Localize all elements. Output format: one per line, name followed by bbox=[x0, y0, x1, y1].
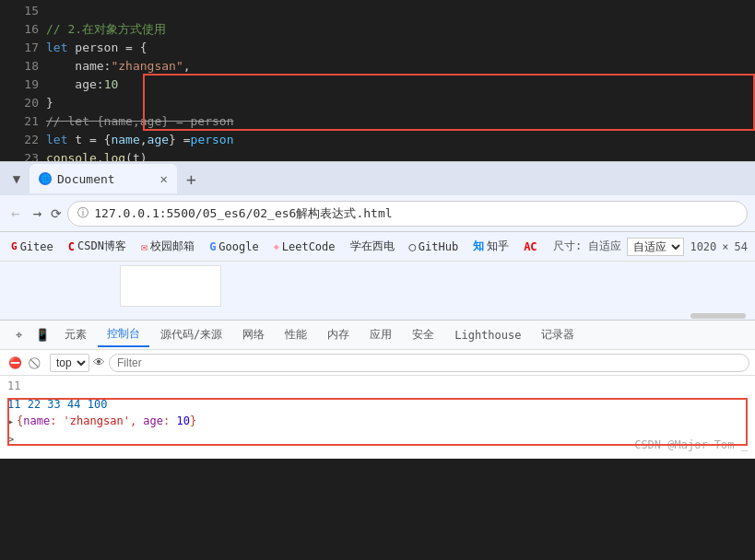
devtools-inspect-icon[interactable]: ⌖ bbox=[7, 324, 29, 346]
lock-icon: ⓘ bbox=[77, 205, 88, 221]
bookmark-leetcode[interactable]: ◈ LeetCode bbox=[270, 239, 339, 255]
tab-memory[interactable]: 内存 bbox=[318, 323, 359, 346]
browser-window: ▼ 🌐 Document ✕ + ← → ⟳ ⓘ 127.0.0.1:5500/… bbox=[0, 161, 755, 320]
console-array-output: 11 22 33 44 100 bbox=[7, 396, 748, 413]
bookmark-github[interactable]: ◯ GitHub bbox=[406, 239, 463, 255]
line-numbers: 15 16 17 18 19 20 21 22 23 24 bbox=[0, 0, 46, 161]
size-width: 1020 bbox=[690, 240, 716, 253]
bookmarks-bar: G Gitee C CSDN博客 ✉ 校园邮箱 G Google ◈ LeetC… bbox=[0, 232, 755, 262]
tab-recorder[interactable]: 记录器 bbox=[532, 323, 584, 346]
tab-elements[interactable]: 元素 bbox=[55, 323, 96, 346]
tab-application[interactable]: 应用 bbox=[360, 323, 401, 346]
devtools: ⌖ 📱 元素 控制台 源代码/来源 网络 性能 内存 应用 安全 Lightho… bbox=[0, 320, 755, 459]
bookmark-zhihu[interactable]: 知 知乎 bbox=[469, 237, 513, 256]
browser-tab-active[interactable]: 🌐 Document ✕ bbox=[29, 164, 177, 193]
bookmark-ac[interactable]: AC bbox=[520, 239, 540, 255]
tab-lighthouse[interactable]: Lighthouse bbox=[445, 325, 530, 345]
tab-close-button[interactable]: ✕ bbox=[160, 171, 168, 186]
tab-console[interactable]: 控制台 bbox=[98, 322, 149, 347]
bookmark-email[interactable]: ✉ 校园邮箱 bbox=[137, 237, 198, 256]
clear-console-icon[interactable]: ⛔ bbox=[6, 354, 24, 372]
code-editor: 15 16 17 18 19 20 21 22 23 24 // 2.在对象方式… bbox=[0, 0, 755, 161]
filter-icon[interactable]: ⃠ bbox=[28, 354, 46, 372]
back-button[interactable]: ← bbox=[7, 201, 24, 226]
size-label: 尺寸: 自适应 bbox=[553, 239, 621, 254]
filter-input[interactable] bbox=[109, 354, 749, 372]
browser-tab-bar: ▼ 🌐 Document ✕ + bbox=[0, 162, 755, 195]
code-lines: // 2.在对象方式使用 let person = { name:"zhangs… bbox=[46, 0, 755, 161]
eye-icon[interactable]: 👁 bbox=[93, 356, 105, 369]
console-obj-output: ▶ {name: 'zhangsan', age: 10} bbox=[7, 413, 748, 429]
tab-network[interactable]: 网络 bbox=[233, 323, 274, 346]
url-bar[interactable]: ⓘ 127.0.0.1:5500/05_es6/02_es6解构表达式.html bbox=[67, 201, 748, 227]
address-bar: ← → ⟳ ⓘ 127.0.0.1:5500/05_es6/02_es6解构表达… bbox=[0, 195, 755, 232]
csdn-watermark: CSDN @Major Tom _ bbox=[634, 438, 748, 451]
refresh-button[interactable]: ⟳ bbox=[51, 206, 62, 221]
forward-button[interactable]: → bbox=[29, 201, 46, 226]
context-selector[interactable]: top bbox=[50, 354, 89, 372]
page-white-box bbox=[120, 265, 221, 307]
page-content-area bbox=[0, 262, 755, 312]
size-height: 54 bbox=[735, 240, 748, 253]
bookmark-xidian[interactable]: 学在西电 bbox=[347, 237, 398, 256]
size-x: × bbox=[722, 240, 728, 253]
tab-title: Document bbox=[57, 172, 115, 186]
devtools-tab-bar: ⌖ 📱 元素 控制台 源代码/来源 网络 性能 内存 应用 安全 Lightho… bbox=[0, 321, 755, 350]
size-dropdown[interactable]: 自适应 响应式 bbox=[627, 238, 684, 256]
url-text: 127.0.0.1:5500/05_es6/02_es6解构表达式.html bbox=[94, 205, 392, 222]
tab-performance[interactable]: 性能 bbox=[276, 323, 316, 346]
tab-sources[interactable]: 源代码/来源 bbox=[151, 323, 231, 346]
scrollbar-thumb[interactable] bbox=[690, 313, 746, 319]
bookmark-csdn[interactable]: C CSDN博客 bbox=[65, 237, 130, 256]
bookmark-google[interactable]: G Google bbox=[206, 239, 263, 255]
horizontal-scrollbar[interactable] bbox=[0, 312, 755, 320]
devtools-device-icon[interactable]: 📱 bbox=[31, 324, 53, 346]
expand-arrow-icon[interactable]: ▶ bbox=[7, 416, 13, 426]
size-control: 尺寸: 自适应 自适应 响应式 1020 × 54 bbox=[553, 238, 748, 256]
new-tab-button[interactable]: + bbox=[181, 169, 202, 189]
tab-security[interactable]: 安全 bbox=[403, 323, 443, 346]
console-line-number: 11 bbox=[7, 379, 748, 392]
tab-arrow-left[interactable]: ▼ bbox=[7, 169, 26, 188]
console-toolbar: ⛔ ⃠ top 👁 bbox=[0, 350, 755, 376]
bookmark-gitee[interactable]: G Gitee bbox=[7, 239, 57, 255]
tab-favicon: 🌐 bbox=[39, 172, 52, 185]
